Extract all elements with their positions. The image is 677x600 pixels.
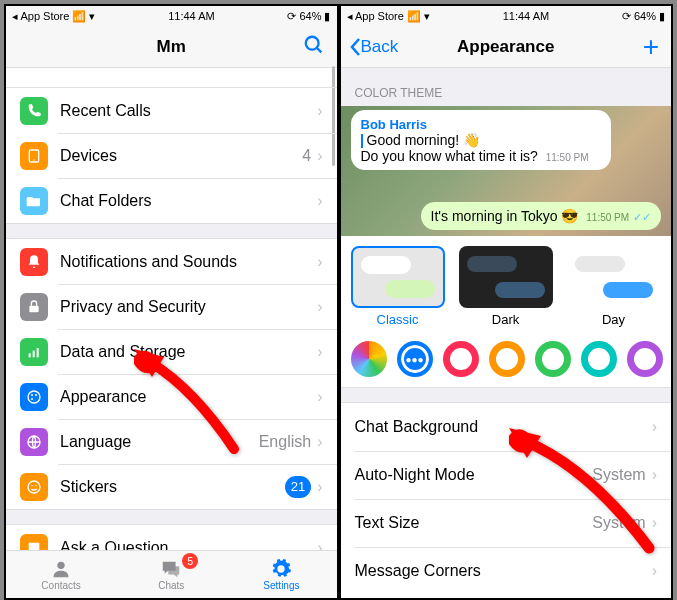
sender-name: Bob Harris (361, 117, 427, 132)
theme-picker: ClassicDarkDay (341, 236, 672, 331)
theme-day[interactable]: Day (567, 246, 661, 327)
clock: 11:44 AM (168, 10, 214, 22)
section-header-color-theme: COLOR THEME (341, 68, 672, 106)
read-checks-icon: ✓✓ (633, 211, 651, 223)
tab-chats[interactable]: Chats5 (116, 551, 226, 598)
tab-badge: 5 (182, 553, 198, 569)
color-multi[interactable] (351, 341, 387, 377)
svg-point-18 (57, 562, 64, 569)
chat-preview: Bob Harris Good morning! 👋 Do you know w… (341, 106, 672, 236)
gear-icon (269, 558, 293, 580)
outgoing-bubble: It's morning in Tokyo 😎 11:50 PM ✓✓ (421, 202, 661, 230)
tab-label: Contacts (41, 580, 80, 591)
row-label: Stickers (60, 478, 285, 496)
back-app-label[interactable]: ◂ App Store (347, 10, 404, 23)
rotation-lock-icon: ⟳ (622, 10, 631, 23)
svg-point-14 (31, 485, 32, 486)
signal-icon: 📶 (407, 10, 421, 23)
theme-label: Dark (459, 312, 553, 327)
svg-point-15 (35, 485, 36, 486)
clock: 11:44 AM (503, 10, 549, 22)
row-devices[interactable]: Devices 4 › (6, 133, 337, 178)
svg-point-13 (28, 481, 40, 493)
nav-bar: Mm (6, 26, 337, 68)
battery-icon: ▮ (324, 10, 330, 23)
signal-icon: 📶 (72, 10, 86, 23)
chevron-right-icon: › (317, 478, 322, 496)
timestamp: 11:50 PM (546, 152, 589, 163)
message-text: Do you know what time it is? (361, 148, 538, 164)
battery-icon: ▮ (659, 10, 665, 23)
accent-color-picker: ●●● (341, 331, 672, 387)
tab-label: Chats (158, 580, 184, 591)
reply-text: Good morning! 👋 (367, 132, 481, 148)
annotation-arrow (134, 349, 254, 463)
page-title: Appearance (457, 37, 554, 57)
row-privacy-and-security[interactable]: Privacy and Security › (6, 284, 337, 329)
battery-pct: 64% (299, 10, 321, 22)
nav-bar: Back Appearance + (341, 26, 672, 68)
chats-icon (159, 558, 183, 580)
wifi-icon: ▾ (89, 10, 95, 23)
row-label: Chat Folders (60, 192, 317, 210)
color-blue[interactable]: ●●● (397, 341, 433, 377)
row-badge: 21 (285, 476, 311, 498)
theme-thumb (567, 246, 661, 308)
tab-label: Settings (263, 580, 299, 591)
svg-point-9 (31, 394, 33, 396)
svg-rect-6 (33, 350, 35, 357)
data-icon (20, 338, 48, 366)
chevron-right-icon: › (317, 433, 322, 451)
status-bar: ◂ App Store 📶 ▾ 11:44 AM ⟳ 64% ▮ (341, 6, 672, 26)
svg-point-0 (305, 36, 318, 49)
incoming-bubble: Bob Harris Good morning! 👋 Do you know w… (351, 110, 611, 170)
svg-point-10 (35, 394, 37, 396)
folder-icon (20, 187, 48, 215)
row-detail: English (259, 433, 311, 451)
row-stickers[interactable]: Stickers 21 › (6, 464, 337, 509)
color-purple[interactable] (627, 341, 663, 377)
color-orange[interactable] (489, 341, 525, 377)
svg-line-1 (316, 47, 321, 52)
chevron-right-icon: › (317, 192, 322, 210)
chevron-right-icon: › (317, 147, 322, 165)
tab-settings[interactable]: Settings (226, 551, 336, 598)
sticker-icon (20, 473, 48, 501)
back-app-label[interactable]: ◂ App Store (12, 10, 69, 23)
row-label: Devices (60, 147, 302, 165)
row-notifications-and-sounds[interactable]: Notifications and Sounds › (6, 239, 337, 284)
search-icon[interactable] (303, 34, 325, 60)
chevron-right-icon: › (317, 343, 322, 361)
wifi-icon: ▾ (424, 10, 430, 23)
timestamp: 11:50 PM (586, 212, 629, 223)
back-button[interactable]: Back (349, 37, 399, 57)
chevron-right-icon: › (317, 298, 322, 316)
chevron-right-icon: › (317, 253, 322, 271)
svg-rect-5 (29, 353, 31, 357)
theme-dark[interactable]: Dark (459, 246, 553, 327)
color-pink[interactable] (443, 341, 479, 377)
row-label: Recent Calls (60, 102, 317, 120)
row-recent-calls[interactable]: Recent Calls › (6, 88, 337, 133)
status-bar: ◂ App Store 📶 ▾ 11:44 AM ⟳ 64% ▮ (6, 6, 337, 26)
color-cyan[interactable] (581, 341, 617, 377)
tab-bar: ContactsChats5Settings (6, 550, 337, 598)
tab-contacts[interactable]: Contacts (6, 551, 116, 598)
phone-icon (20, 97, 48, 125)
color-green[interactable] (535, 341, 571, 377)
add-button[interactable]: + (643, 31, 659, 63)
ipad-icon (20, 142, 48, 170)
row-chat-folders[interactable]: Chat Folders › (6, 178, 337, 223)
chevron-right-icon: › (317, 388, 322, 406)
theme-label: Classic (351, 312, 445, 327)
row-label: Privacy and Security (60, 298, 317, 316)
appearance-screen: ◂ App Store 📶 ▾ 11:44 AM ⟳ 64% ▮ Back Ap… (341, 6, 672, 598)
settings-screen: ◂ App Store 📶 ▾ 11:44 AM ⟳ 64% ▮ Mm Rece… (6, 6, 337, 598)
chevron-right-icon: › (652, 562, 657, 580)
rotation-lock-icon: ⟳ (287, 10, 296, 23)
person-icon (49, 558, 73, 580)
theme-classic[interactable]: Classic (351, 246, 445, 327)
svg-rect-7 (37, 348, 39, 357)
row-detail: 4 (302, 147, 311, 165)
page-title: Mm (157, 37, 186, 57)
